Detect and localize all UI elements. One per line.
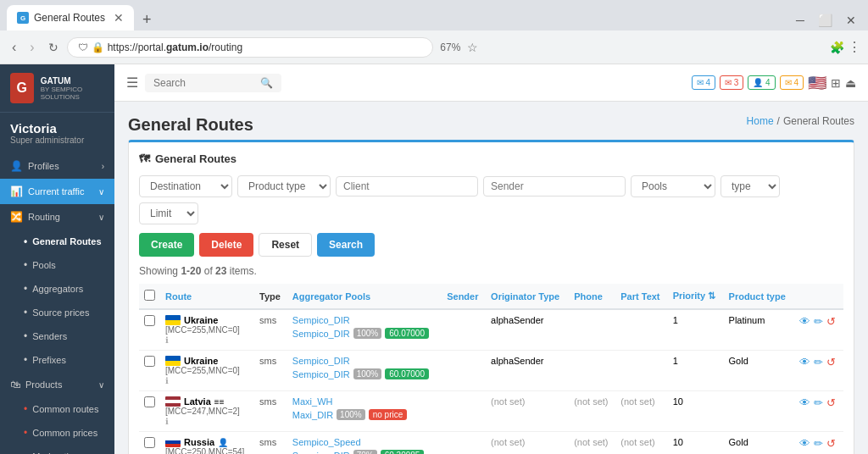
search-input[interactable]: [153, 77, 255, 89]
user-role: Super administrator: [10, 136, 104, 145]
sidebar: G GATUM BY SEMPICO SOLUTIONS Victoria Su…: [0, 64, 114, 454]
extensions-button[interactable]: 🧩: [830, 41, 844, 54]
delete-button[interactable]: Delete: [199, 233, 253, 257]
sidebar-item-current-traffic[interactable]: 📊 Current traffic ∨: [0, 179, 114, 204]
flag-us-icon[interactable]: 🇺🇸: [808, 74, 826, 92]
col-product-type[interactable]: Product type: [724, 284, 794, 309]
priority: 10: [673, 437, 683, 447]
bookmark-button[interactable]: ☆: [467, 41, 478, 54]
search-box[interactable]: 🔍: [145, 74, 281, 92]
sidebar-item-pools[interactable]: • Pools: [0, 253, 114, 277]
row-checkbox[interactable]: [139, 351, 160, 391]
part-text: (not set): [620, 437, 654, 447]
col-route[interactable]: Route: [160, 284, 254, 309]
info-icon[interactable]: ℹ: [165, 376, 169, 385]
browser-tab[interactable]: G General Routes ✕: [7, 5, 134, 30]
common-prices-label: Common prices: [32, 428, 97, 438]
routing-icon: 🔀: [10, 211, 23, 223]
sidebar-item-general-routes[interactable]: • General Routes: [0, 230, 114, 253]
col-priority[interactable]: Priority ⇅: [668, 284, 724, 309]
select-all-checkbox[interactable]: [144, 290, 155, 301]
hamburger-button[interactable]: ☰: [126, 75, 145, 91]
sidebar-item-common-routes[interactable]: • Common routes: [0, 397, 114, 421]
sidebar-item-routing[interactable]: 🔀 Routing ∨: [0, 204, 114, 230]
sidebar-item-profiles[interactable]: 👤 Profiles ›: [0, 153, 114, 179]
edit-icon[interactable]: ✏: [814, 437, 823, 450]
edit-icon[interactable]: ✏: [814, 356, 823, 368]
col-part-text[interactable]: Part Text: [615, 284, 667, 309]
sidebar-item-source-prices[interactable]: • Source prices: [0, 301, 114, 324]
signout-button[interactable]: ⏏: [845, 76, 856, 90]
type-filter[interactable]: type: [721, 175, 780, 197]
sidebar-item-senders[interactable]: • Senders: [0, 324, 114, 348]
row-checkbox[interactable]: [139, 309, 160, 351]
badge-blue[interactable]: ✉ 4: [692, 75, 715, 90]
shield-icon: 🛡: [78, 42, 88, 53]
badge-red[interactable]: ✉ 3: [720, 75, 743, 90]
reload-button[interactable]: ↻: [43, 37, 64, 58]
search-button[interactable]: Search: [317, 233, 375, 257]
sidebar-item-common-prices[interactable]: • Common prices: [0, 421, 114, 445]
view-icon[interactable]: 👁: [799, 396, 810, 409]
tab-title: General Routes: [34, 12, 105, 24]
browser-close[interactable]: ✕: [841, 14, 861, 27]
limit-filter[interactable]: Limit: [139, 202, 198, 224]
badge-green[interactable]: 👤 4: [748, 75, 775, 90]
delete-row-icon[interactable]: ↺: [826, 315, 836, 328]
edit-icon[interactable]: ✏: [814, 396, 823, 409]
product-type-filter[interactable]: Product type: [237, 175, 331, 197]
sidebar-item-prefixes[interactable]: • Prefixes: [0, 348, 114, 372]
traffic-label: Current traffic: [28, 186, 84, 197]
destination-filter[interactable]: Destination: [139, 175, 232, 197]
view-icon[interactable]: 👁: [799, 356, 810, 368]
row-checkbox[interactable]: [139, 432, 160, 455]
grid-view-button[interactable]: ⊞: [831, 76, 841, 90]
common-prices-icon: •: [24, 427, 27, 439]
edit-icon[interactable]: ✏: [814, 315, 823, 328]
orig-type: (not set): [491, 437, 525, 447]
sidebar-user: Victoria Super administrator: [0, 113, 114, 153]
address-bar[interactable]: 🛡 🔒 https://portal.gatum.io/routing: [67, 37, 434, 58]
profiles-arrow: ›: [102, 162, 104, 171]
create-button[interactable]: Create: [139, 233, 194, 257]
back-button[interactable]: ‹: [7, 36, 21, 58]
reset-button[interactable]: Reset: [259, 233, 312, 257]
tab-close-icon[interactable]: ✕: [114, 11, 124, 25]
pool-name: Maxi_DIR: [292, 410, 333, 420]
sender-filter[interactable]: [483, 176, 626, 197]
table-container: Route Type Aggregator Pools Sender Origi…: [139, 284, 843, 454]
breadcrumb-home[interactable]: Home: [747, 115, 774, 127]
menu-button[interactable]: ⋮: [848, 39, 861, 55]
delete-row-icon[interactable]: ↺: [826, 356, 836, 368]
sidebar-item-moderation[interactable]: • Moderation: [0, 445, 114, 454]
action-icons: 👁 ✏ ↺: [799, 437, 838, 450]
traffic-icon: 📊: [10, 185, 23, 197]
address-text: https://portal.gatum.io/routing: [108, 42, 242, 53]
moderation-icon: •: [24, 451, 27, 454]
forward-button[interactable]: ›: [25, 36, 39, 58]
col-originator-type[interactable]: Originator Type: [486, 284, 569, 309]
priority: 1: [673, 315, 678, 325]
col-phone[interactable]: Phone: [569, 284, 615, 309]
route-mcc: [MCC=250,MNC=54]: [165, 447, 249, 454]
aggregator-name: Sempico_Speed: [292, 437, 437, 447]
client-filter[interactable]: [336, 176, 478, 197]
info-icon[interactable]: ℹ: [165, 417, 169, 426]
aggregators-label: Aggregators: [32, 284, 83, 294]
view-icon[interactable]: 👁: [799, 315, 810, 328]
info-icon[interactable]: ℹ: [165, 335, 169, 345]
browser-minimize[interactable]: ─: [791, 14, 810, 27]
row-checkbox[interactable]: [139, 391, 160, 432]
badge-yellow[interactable]: ✉ 4: [780, 75, 804, 90]
view-icon[interactable]: 👁: [799, 437, 810, 450]
col-aggregator-pools[interactable]: Aggregator Pools: [287, 284, 442, 309]
delete-row-icon[interactable]: ↺: [826, 396, 836, 409]
delete-row-icon[interactable]: ↺: [826, 437, 836, 450]
browser-maximize[interactable]: ⬜: [813, 14, 837, 27]
pools-filter[interactable]: Pools: [631, 175, 715, 197]
col-sender[interactable]: Sender: [442, 284, 486, 309]
sidebar-item-aggregators[interactable]: • Aggregators: [0, 277, 114, 301]
header-icons: ✉ 4 ✉ 3 👤 4 ✉ 4 🇺🇸 ⊞ ⏏: [692, 74, 856, 92]
new-tab-button[interactable]: +: [137, 11, 157, 29]
sidebar-item-products[interactable]: 🛍 Products ∨: [0, 372, 114, 397]
